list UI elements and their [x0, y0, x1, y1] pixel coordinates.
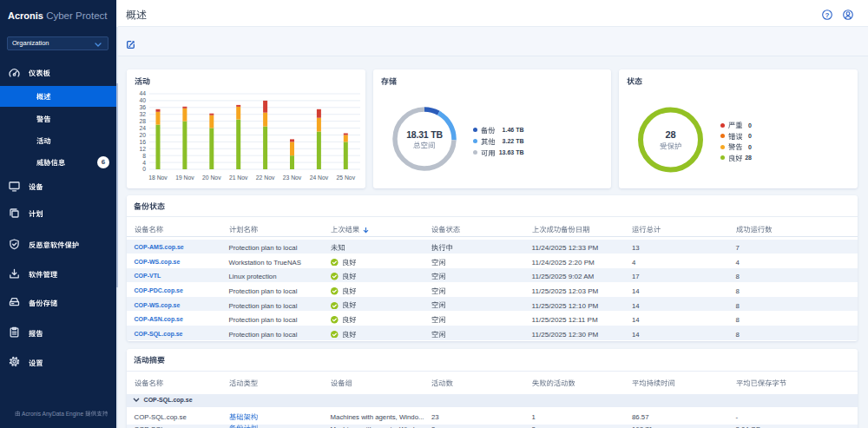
svg-text:25 Nov: 25 Nov	[337, 174, 356, 181]
svg-text:8: 8	[142, 153, 146, 159]
svg-text:4: 4	[142, 160, 146, 166]
svg-text:32: 32	[139, 111, 146, 117]
svg-text:20: 20	[139, 132, 146, 138]
svg-text:?: ?	[825, 11, 829, 19]
svg-text:23 Nov: 23 Nov	[283, 174, 302, 181]
svg-text:24 Nov: 24 Nov	[310, 174, 329, 181]
svg-text:44: 44	[139, 91, 146, 96]
svg-text:16: 16	[139, 139, 146, 145]
svg-text:36: 36	[139, 104, 146, 110]
svg-text:40: 40	[139, 97, 146, 103]
svg-text:0: 0	[142, 166, 146, 172]
svg-text:18 Nov: 18 Nov	[148, 174, 168, 181]
svg-text:19 Nov: 19 Nov	[175, 174, 194, 181]
svg-text:22 Nov: 22 Nov	[256, 174, 275, 181]
svg-text:28: 28	[139, 118, 146, 124]
svg-text:20 Nov: 20 Nov	[202, 174, 221, 181]
svg-text:12: 12	[139, 146, 146, 152]
svg-text:24: 24	[139, 125, 146, 131]
svg-text:21 Nov: 21 Nov	[229, 174, 248, 181]
